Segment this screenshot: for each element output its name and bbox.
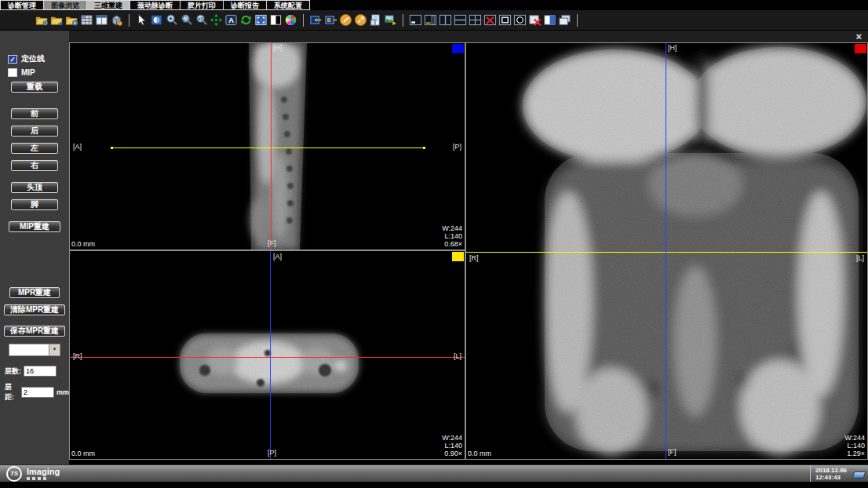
tab-diagnosis-management[interactable]: 诊断管理 xyxy=(0,0,44,10)
layer-count-field-row: 层数: xyxy=(5,366,69,377)
slab-in-icon[interactable] xyxy=(308,13,323,28)
locator-line-checkbox[interactable]: ✓定位线 xyxy=(8,53,69,64)
layout-clear-icon[interactable] xyxy=(483,13,498,28)
tab-carotid-diagnosis[interactable]: 颈动脉诊断 xyxy=(130,0,181,10)
tab-diagnosis-report[interactable]: 诊断报告 xyxy=(224,0,267,10)
cascade-windows-icon[interactable] xyxy=(557,13,572,28)
cursor-arrow-icon[interactable] xyxy=(134,13,149,28)
panel-sagittal[interactable]: [H] [A] [P] [F] W:244L:1400.68× 0.0 mm xyxy=(70,43,465,249)
layer-spacing-field[interactable] xyxy=(21,387,54,398)
viewport-header-strip xyxy=(69,31,868,42)
layout-single-icon[interactable] xyxy=(408,13,423,28)
report-doc-icon[interactable] xyxy=(368,13,383,28)
layer-count-field[interactable] xyxy=(24,366,57,377)
color-wheel-icon[interactable] xyxy=(283,13,298,28)
tab-3d-reconstruction[interactable]: 三维重建 xyxy=(87,0,130,10)
right-button[interactable]: 右 xyxy=(11,160,58,171)
layout-two-col-icon[interactable] xyxy=(438,13,453,28)
mip-rebuild-button[interactable]: MIP重建 xyxy=(9,221,60,232)
measure-draw-icon[interactable] xyxy=(338,13,353,28)
worklist-grid-icon[interactable] xyxy=(79,13,94,28)
layer-spacing-field-row: 层距:mm xyxy=(5,382,69,402)
zoom-x2-icon[interactable]: x2 xyxy=(194,13,209,28)
delete-region-icon[interactable] xyxy=(527,13,542,28)
mip-checkbox[interactable]: MIP xyxy=(8,68,69,77)
locator-line-checkbox-box[interactable]: ✓ xyxy=(8,55,17,64)
chevron-down-icon[interactable]: ▼ xyxy=(49,344,60,355)
annotation-a-icon[interactable]: A xyxy=(224,13,239,28)
shape-circle-icon[interactable] xyxy=(512,13,527,28)
layout-split-icon[interactable] xyxy=(542,13,557,28)
shape-square-icon[interactable] xyxy=(498,13,512,28)
layout-grid-icon[interactable] xyxy=(468,13,483,28)
mpr-rebuild-button[interactable]: MPR重建 xyxy=(9,287,60,298)
brand-block: Imaging xyxy=(27,468,60,480)
save-mpr-button[interactable]: 保存MPR重建 xyxy=(4,326,65,337)
orientation-label-bottom: [P] xyxy=(268,450,276,457)
refresh-icon[interactable] xyxy=(239,13,253,28)
pan-arrows-icon[interactable] xyxy=(209,13,224,28)
window-level-icon[interactable] xyxy=(149,13,164,28)
panel-axial[interactable]: [A] [R] [L] [P] W:244L:1400.90× 0.0 mm xyxy=(70,251,465,459)
crosshair-sagittal-line[interactable] xyxy=(666,43,666,459)
layer-spacing-field-unit: mm xyxy=(57,388,69,396)
panel-corner-marker[interactable] xyxy=(452,44,464,53)
locator-line-checkbox-label: 定位线 xyxy=(21,53,45,64)
headfoot-button-group: 头顶脚 xyxy=(0,182,69,210)
crosshair-axial-line[interactable] xyxy=(111,147,425,148)
open-folder-sync-icon[interactable] xyxy=(64,13,79,28)
layer-count-field-label: 层数: xyxy=(5,366,21,377)
panel-coronal[interactable]: [H] [R] [L] [F] W:244L:1401.29× 0.0 mm xyxy=(466,43,867,459)
panel-divider-vertical[interactable] xyxy=(465,43,466,459)
brand-subtext-marks xyxy=(27,477,60,480)
orientation-label-top: [A] xyxy=(273,253,282,260)
layout-two-row-icon[interactable] xyxy=(453,13,468,28)
crosshair-coronal-line[interactable] xyxy=(271,43,272,249)
position-readout: 0.0 mm xyxy=(468,450,491,457)
invert-icon[interactable] xyxy=(268,13,283,28)
close-button[interactable]: × xyxy=(855,31,862,42)
tab-film-print[interactable]: 胶片打印 xyxy=(181,0,224,10)
front-button[interactable]: 前 xyxy=(11,108,58,119)
orientation-label-bottom: [F] xyxy=(668,449,677,456)
orientation-label-left: [R] xyxy=(469,255,479,262)
tab-system-config[interactable]: 系统配置 xyxy=(267,0,310,10)
crosshair-axial-line[interactable] xyxy=(466,252,867,253)
crosshair-sagittal-line[interactable] xyxy=(270,251,271,459)
back-button[interactable]: 后 xyxy=(11,126,58,137)
volume-cube-icon[interactable] xyxy=(109,13,124,28)
layout-thumbnail-icon[interactable] xyxy=(423,13,438,28)
clear-mpr-button[interactable]: 清除MPR重建 xyxy=(4,304,65,315)
orientation-button-group: 前后左右 xyxy=(0,108,69,171)
head-top-button[interactable]: 头顶 xyxy=(11,182,58,193)
fit-screen-icon[interactable] xyxy=(253,13,268,28)
orientation-label-right: [L] xyxy=(454,353,461,360)
panel-corner-marker[interactable] xyxy=(855,44,866,53)
image-export-icon[interactable] xyxy=(383,13,398,28)
panel-corner-marker[interactable] xyxy=(452,252,464,261)
orientation-label-right: [P] xyxy=(453,144,461,151)
open-folder-gear-icon[interactable] xyxy=(35,13,49,28)
foot-button[interactable]: 脚 xyxy=(11,199,58,210)
orientation-label-bottom: [F] xyxy=(268,240,276,247)
crosshair-coronal-line[interactable] xyxy=(70,357,465,358)
orientation-label-top: [H] xyxy=(273,45,283,52)
window-level-readout: W:244L:1400.90× xyxy=(442,434,462,457)
panel-divider-horizontal[interactable] xyxy=(70,249,465,251)
toolbar-separator xyxy=(403,14,403,27)
zoom-region-icon[interactable] xyxy=(179,13,194,28)
status-bar: TS Imaging 2018.12.06 12:43:43 xyxy=(0,464,868,482)
orientation-label-top: [H] xyxy=(668,45,677,52)
mip-checkbox-box[interactable] xyxy=(8,68,17,77)
mpr-series-select[interactable]: ▼ xyxy=(9,344,60,356)
reload-button[interactable]: 重载 xyxy=(11,82,58,93)
slab-out-icon[interactable]: B xyxy=(323,13,338,28)
layer-spacing-field-label: 层距: xyxy=(5,382,19,402)
zoom-in-icon[interactable] xyxy=(164,13,179,28)
measure-tools-icon[interactable] xyxy=(353,13,368,28)
open-folder-add-icon[interactable] xyxy=(49,13,64,28)
window-level-readout: W:244L:1400.68× xyxy=(442,224,462,248)
window-split-icon[interactable] xyxy=(94,13,109,28)
tab-image-browse[interactable]: 图像浏览 xyxy=(44,0,87,10)
left-button[interactable]: 左 xyxy=(11,143,58,154)
